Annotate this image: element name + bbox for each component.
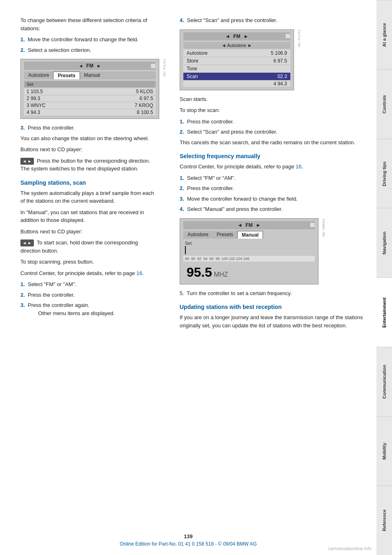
preset-2-right: 6 97.5 (140, 96, 153, 101)
fm-tab-autostore[interactable]: Autostore (24, 72, 53, 79)
watermark: carmanualsonline.info (328, 546, 372, 551)
stop-step-2-text: Select "Scan" and press the controller. (187, 128, 364, 136)
fm-screen-presets: ◄ FM ► ⬜ Autostore Presets Manual Set 1 … (20, 59, 159, 119)
scan-corner-icon: ⬜ (285, 34, 290, 38)
right-arrow-icon: ► (97, 63, 101, 68)
fm-tab-presets[interactable]: Presets (53, 72, 80, 79)
step-1-text: Move the controller forward to change th… (28, 36, 159, 44)
page-ref-16-manual[interactable]: 16 (296, 163, 301, 170)
preset-row-1: 1 103.5 5 KLOS (24, 88, 156, 95)
manual-tab-autostore[interactable]: Autostore (183, 231, 212, 239)
scan-step-1-num: 1. (20, 280, 28, 289)
manual-step-2-text: Press the controller. (187, 184, 364, 192)
sidebar-tab-navigation[interactable]: Navigation (376, 208, 392, 278)
sidebar-tab-driving-tips[interactable]: Driving tips (376, 139, 392, 208)
manual-step-1-num: 1. (180, 174, 187, 182)
sidebar-tab-at-a-glance[interactable]: At a glance (376, 0, 392, 69)
manual-set-label: Set (183, 240, 315, 246)
footer: 139 Online Edition for Part-No. 01 41 0 … (0, 533, 376, 547)
preset-1-right: 5 KLOS (136, 89, 153, 94)
scan-step-1-text: Select "FM" or "AM". (28, 280, 159, 289)
manual-fm-tabs: Autostore Presets Manual (183, 231, 315, 239)
footer-text: Online Edition for Part-No. 01 41 0 158 … (0, 541, 376, 547)
preset-row-4: 4 94.3 8 100.5 (24, 109, 156, 116)
fm-tab-manual[interactable]: Manual (80, 72, 104, 79)
sidebar-tab-mobility[interactable]: Mobility (376, 416, 392, 486)
scan-step-1: 1. Select "FM" or "AM". (20, 280, 159, 289)
fm-tabs: Autostore Presets Manual (24, 72, 156, 79)
sidebar-tab-entertainment[interactable]: Entertainment (376, 278, 392, 347)
page-number: 139 (0, 533, 376, 539)
scan-step-2-text: Press the controller. (28, 291, 159, 299)
manual-step-2-num: 2. (180, 184, 187, 192)
scan-screen-side-text: FZ/TLK 730 (297, 30, 301, 90)
fm-label: FM (86, 63, 93, 69)
manual-step-4: 4. Select "Manual" and press the control… (180, 205, 364, 213)
step-4-label: 4. Select "Scan" and press the controlle… (180, 16, 364, 25)
autostore-row: ◄ Autostore ► (183, 42, 290, 49)
scan-step-3-text: Press the controller again. Other menu i… (28, 301, 159, 317)
menu-autostore-label: Autostore (187, 50, 207, 56)
manual-corner-icon: ⬜ (310, 223, 315, 227)
footer-link[interactable]: Online Edition for Part-No. 01 41 0 158 … (120, 541, 257, 547)
section-title-update: Updating stations with best reception (180, 304, 364, 310)
scan-para-1: The system automatically plays a brief s… (20, 189, 159, 205)
preset-4-left: 4 94.3 (27, 110, 40, 115)
manual-freq-unit: MHZ (212, 271, 228, 278)
preset-4-right: 8 100.5 (137, 110, 153, 115)
scan-right-arrow: ► (244, 34, 249, 39)
sidebar-tab-controls[interactable]: Controls (376, 69, 392, 139)
sidebar-tab-reference[interactable]: Reference (376, 486, 392, 555)
menu-item-tone: Tone (183, 65, 290, 73)
stop-scan-text: To stop scanning, press button. (20, 258, 159, 266)
corner-icon: ⬜ (151, 64, 156, 68)
preset-2-left: 2 99.3 (27, 96, 40, 101)
stop-step-2: 2. Select "Scan" and press the controlle… (180, 128, 364, 136)
manual-freq-display: 95.5 MHZ (183, 263, 315, 282)
menu-bottom-freq: 4 94.3 (183, 81, 290, 87)
step-1-num: 1. (20, 36, 28, 44)
preset-3-right: 7 KROQ (135, 103, 153, 108)
update-para-1: If you are on a longer journey and leave… (180, 313, 364, 329)
manual-step-1: 1. Select "FM" or "AM". (180, 174, 364, 182)
sidebar-tab-communication[interactable]: Communication (376, 347, 392, 416)
manual-step-3: 3. Move the controller forward to change… (180, 195, 364, 203)
manual-step-4-text: Select "Manual" and press the controller… (187, 205, 364, 213)
left-arrow-icon: ◄ (78, 63, 83, 68)
manual-fm-screen: ◄ FM ► ⬜ Autostore Presets Manual Set 89… (180, 218, 318, 284)
scan-button-desc: ◄ ► To start scan, hold down the corresp… (20, 239, 159, 255)
fm-set-row: Set (24, 81, 156, 87)
manual-freq-bar: 89 90 92 94 96 98 100 102 104 106 (183, 256, 315, 262)
preset-row-3: 3 WNYC 7 KROQ (24, 102, 156, 109)
preset-1-left: 1 103.5 (27, 89, 43, 94)
scan-button-icon: ◄ ► (20, 239, 34, 246)
fm-presets-list: 1 103.5 5 KLOS 2 99.3 6 97.5 3 WNYC 7 KR… (24, 88, 156, 116)
scan-fm-label: FM (233, 34, 240, 39)
manual-screen-header: ◄ FM ► ⬜ (183, 221, 315, 229)
menu-scan-label: Scan (187, 74, 198, 79)
section-title-scan: Sampling stations, scan (20, 179, 159, 186)
also-change-text: You can also change the station on the s… (20, 134, 159, 143)
cancel-para: This cancels the scan search, and the ra… (180, 139, 364, 147)
main-content: To change between these different select… (0, 0, 376, 361)
buttons-cd-label-2: Buttons next to CD player: (20, 228, 159, 236)
menu-item-autostore: Autostore 5 106.9 (183, 49, 290, 57)
manual-left-arrow: ◄ (237, 222, 242, 228)
scan-step-3-num: 3. (20, 301, 28, 317)
intro-text: To change between these different select… (20, 16, 159, 32)
menu-item-scan: Scan 02.3 (183, 73, 290, 81)
scan-step-2: 2. Press the controller. (20, 291, 159, 299)
scan-left-arrow: ◄ (225, 34, 230, 39)
section-title-manual: Selecting frequency manually (180, 153, 364, 159)
manual-step-4-num: 4. (180, 205, 187, 213)
manual-tab-presets[interactable]: Presets (212, 231, 237, 239)
manual-screen-side-text: FZ/AM1 786 (322, 219, 325, 284)
manual-para-1: Control Center, for principle details, r… (180, 163, 364, 171)
prev-next-button-icon: ◄ ► (20, 158, 34, 165)
manual-cursor (185, 246, 186, 254)
manual-tab-manual[interactable]: Manual (237, 231, 263, 239)
page-ref-16-scan[interactable]: 16 (136, 270, 142, 276)
buttons-cd-label-1: Buttons next to CD player: (20, 145, 159, 154)
menu-autostore-freq: 5 106.9 (271, 50, 287, 56)
scan-step-3: 3. Press the controller again. Other men… (20, 301, 159, 317)
